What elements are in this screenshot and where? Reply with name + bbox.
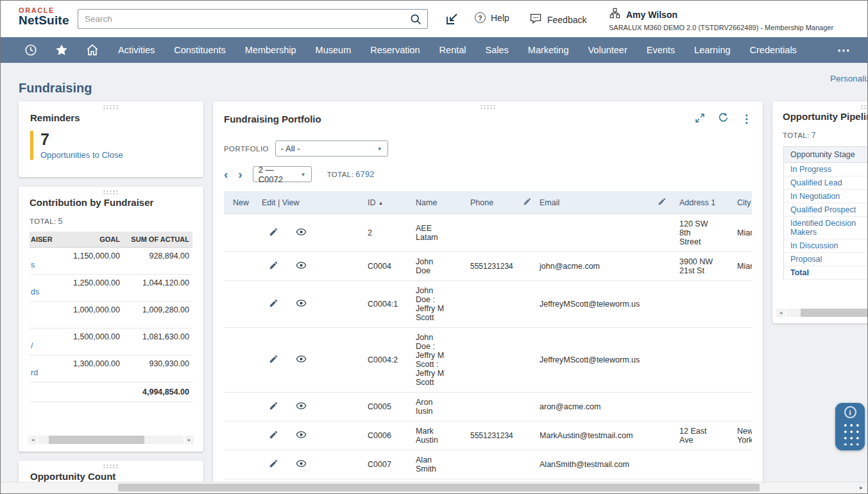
nav-item-reservation[interactable]: Reservation xyxy=(361,45,429,55)
col-fundraiser[interactable]: AISER xyxy=(30,232,51,248)
view-icon[interactable] xyxy=(288,422,365,450)
stage-link[interactable]: In Discussion xyxy=(790,241,838,250)
view-icon[interactable] xyxy=(288,328,365,393)
scroll-left-icon[interactable]: ◄ xyxy=(28,436,37,444)
col-goal[interactable]: GOAL xyxy=(51,232,123,248)
next-page-icon[interactable]: › xyxy=(238,168,242,180)
portfolio-total-value[interactable]: 6792 xyxy=(355,170,374,179)
stage-link[interactable]: In Progress xyxy=(790,165,831,174)
scrollbar-track[interactable] xyxy=(787,309,868,317)
view-icon[interactable] xyxy=(288,252,365,281)
stage-link[interactable]: Proposal xyxy=(790,255,822,264)
view-icon[interactable] xyxy=(288,393,365,422)
scrollbar-thumb[interactable] xyxy=(801,309,868,317)
phone-edit-icon[interactable] xyxy=(518,191,537,214)
email-edit-icon[interactable] xyxy=(647,191,677,214)
search-input[interactable] xyxy=(78,14,404,24)
table-row: 1,000,000.00 1,009,280.00 xyxy=(30,302,192,328)
scroll-left-icon[interactable]: ◄ xyxy=(776,309,785,317)
table-row: / 1,500,000.00 1,081,630.00 xyxy=(30,328,192,355)
col-id[interactable]: ID▲ xyxy=(365,191,413,214)
nav-item-marketing[interactable]: Marketing xyxy=(518,45,579,55)
refresh-icon[interactable] xyxy=(717,112,729,126)
pipeline-total-label: TOTAL: xyxy=(783,132,810,139)
stage-link[interactable]: Identified Decision Makers xyxy=(790,219,856,237)
portfolio-filter-select[interactable]: - All - ▼ xyxy=(275,141,388,157)
portlet-menu-icon[interactable]: ⋮ xyxy=(741,114,752,124)
view-icon[interactable] xyxy=(288,214,365,252)
fundraiser-link[interactable]: / xyxy=(31,341,51,350)
personalize-link[interactable]: Personalize xyxy=(830,74,868,83)
previous-page-icon[interactable]: ‹ xyxy=(224,168,228,180)
nav-item-activities[interactable]: Activities xyxy=(108,45,164,55)
edit-icon[interactable] xyxy=(259,252,288,281)
edit-icon[interactable] xyxy=(259,214,288,252)
col-opportunity-stage[interactable]: Opportunity Stage xyxy=(784,147,868,163)
col-name[interactable]: Name xyxy=(413,191,468,214)
nav-item-membership[interactable]: Membership xyxy=(235,45,306,55)
nav-item-credentials[interactable]: Credentials xyxy=(740,45,806,55)
info-icon[interactable]: i xyxy=(844,406,856,418)
col-phone[interactable]: Phone xyxy=(468,191,518,214)
cell-id: C0004:2 xyxy=(365,328,413,393)
drag-handle-icon[interactable] xyxy=(860,105,868,109)
nav-item-volunteer[interactable]: Volunteer xyxy=(578,45,636,55)
drag-handle-icon[interactable] xyxy=(103,105,119,109)
cell-phone-edit xyxy=(518,328,537,393)
search-icon[interactable] xyxy=(404,10,427,28)
drag-handle-icon[interactable] xyxy=(103,464,119,468)
nav-item-constituents[interactable]: Constituents xyxy=(164,45,235,55)
col-sum-of-actual[interactable]: SUM OF ACTUAL xyxy=(123,232,192,248)
scroll-right-icon[interactable]: ► xyxy=(185,436,194,444)
help-button[interactable]: ? Help xyxy=(475,12,509,23)
user-role-menu[interactable]: Amy Wilson SARALUX M360 DEMO 2.0 (TSTDRV… xyxy=(609,7,833,31)
edit-icon[interactable] xyxy=(259,393,288,422)
nav-item-events[interactable]: Events xyxy=(637,45,685,55)
expand-icon[interactable] xyxy=(694,112,706,126)
cell-address1: 120 SW 8th Street xyxy=(677,214,735,252)
scrollbar-thumb[interactable] xyxy=(49,436,144,444)
assistant-widget[interactable]: i xyxy=(835,403,865,450)
fundraiser-link[interactable]: ds xyxy=(31,287,51,296)
nav-item-sales[interactable]: Sales xyxy=(476,45,518,55)
scrollbar-track[interactable] xyxy=(38,436,183,444)
recent-records-icon[interactable] xyxy=(24,43,38,57)
col-city[interactable]: City xyxy=(735,191,752,214)
page-range-select[interactable]: 2 — C0072 ▼ xyxy=(253,166,312,182)
page-title: Fundraising xyxy=(19,81,92,96)
feedback-button[interactable]: Feedback xyxy=(529,12,586,27)
scrollbar-thumb[interactable] xyxy=(118,484,760,491)
cell-city xyxy=(735,281,752,328)
edit-icon[interactable] xyxy=(259,422,288,450)
opportunities-to-close-link[interactable]: Opportunities to Close xyxy=(40,150,192,160)
view-icon[interactable] xyxy=(288,450,365,479)
stage-link[interactable]: In Negotiation xyxy=(790,192,840,201)
cell-id: 2 xyxy=(365,214,413,252)
edit-icon[interactable] xyxy=(259,450,288,479)
nav-item-rental[interactable]: Rental xyxy=(430,45,476,55)
nav-item-learning[interactable]: Learning xyxy=(685,45,740,55)
cell-name: Alan Smith xyxy=(413,450,468,479)
col-address1[interactable]: Address 1 xyxy=(677,191,735,214)
fundraiser-link[interactable]: s xyxy=(31,260,51,269)
stage-link[interactable]: Qualified Prospect xyxy=(790,205,856,214)
quick-add-icon[interactable] xyxy=(445,11,460,29)
edit-icon[interactable] xyxy=(259,281,288,328)
nav-item-museum[interactable]: Museum xyxy=(306,45,361,55)
nav-more-icon[interactable]: ⋯ xyxy=(837,44,851,56)
edit-icon[interactable] xyxy=(259,328,288,393)
stage-link[interactable]: Qualified Lead xyxy=(790,178,842,187)
pipeline-total-value[interactable]: 7 xyxy=(812,131,816,140)
view-icon[interactable] xyxy=(288,281,365,328)
favorites-star-icon[interactable] xyxy=(55,43,69,57)
fundraiser-link[interactable]: rd xyxy=(31,368,51,377)
home-icon[interactable] xyxy=(85,43,99,57)
col-email[interactable]: Email xyxy=(537,191,647,214)
contribution-total-value[interactable]: 5 xyxy=(58,217,63,226)
scroll-right-icon[interactable]: ► xyxy=(857,484,865,491)
drag-handle-icon[interactable] xyxy=(480,105,497,109)
netsuite-logo[interactable]: ORACLE NetSuite xyxy=(19,6,69,28)
drag-handle-icon[interactable] xyxy=(103,190,119,194)
main-nav: Activities Constituents Membership Museu… xyxy=(1,37,867,63)
page-horizontal-scrollbar[interactable]: ► xyxy=(1,482,867,493)
